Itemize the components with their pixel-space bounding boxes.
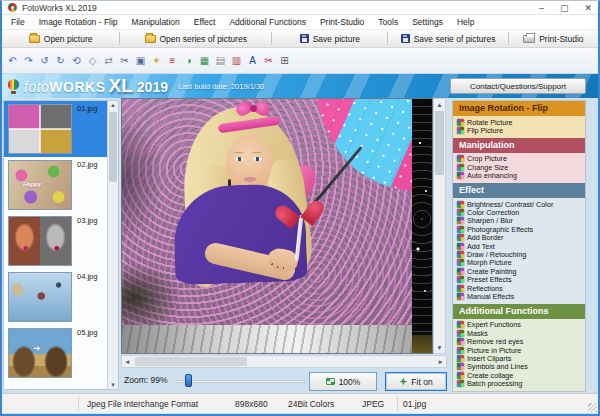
menu-item-tools[interactable]: Tools — [371, 15, 405, 30]
crop-icon[interactable]: ▣ — [134, 54, 147, 67]
color-depth-label: 24Bit Colors — [288, 399, 334, 409]
zoom-slider-track[interactable] — [177, 380, 305, 383]
thumbnail-row-05-jpg[interactable]: 05.jpg — [4, 325, 107, 381]
rotate-cw-icon[interactable]: ↻ — [54, 54, 67, 67]
brand-works: WORKS — [49, 79, 105, 95]
scrollbar-thumb[interactable] — [109, 112, 117, 182]
zoom-controls: Zoom: 99% 100% Fit on — [121, 371, 449, 392]
rotate-ccw-icon[interactable]: ↺ — [38, 54, 51, 67]
panel-item-batch-processing[interactable]: Batch processing — [457, 379, 585, 387]
fit-on-screen-button[interactable]: Fit on — [385, 372, 447, 391]
clipart-icon — [457, 355, 464, 362]
magic-wand-icon[interactable]: ✶ — [150, 54, 163, 67]
menu-item-settings[interactable]: Settings — [405, 15, 450, 30]
minimize-button[interactable]: – — [539, 3, 544, 13]
resize-grip[interactable] — [588, 403, 597, 412]
zoom-100-label: 100% — [339, 377, 361, 387]
scroll-right-icon[interactable]: ► — [438, 356, 444, 367]
brand-wordmark: fotoWORKS XL 2019 — [24, 75, 168, 97]
thumbnail-label: 04.jpg — [77, 272, 97, 281]
scroll-down-icon[interactable]: ▼ — [108, 382, 118, 388]
scroll-left-icon[interactable]: ◄ — [124, 356, 130, 367]
save-floppy-icon — [401, 34, 410, 43]
crop-icon — [457, 155, 464, 162]
thumbnail-row-03-jpg[interactable]: 03.jpg — [4, 213, 107, 269]
toolbar-label: Save picture — [313, 34, 360, 44]
scroll-up-icon[interactable]: ▲ — [434, 99, 445, 110]
menu-item-help[interactable]: Help — [450, 15, 481, 30]
thumbnail-image-01-jpg — [8, 104, 72, 154]
menu-item-additional-functions[interactable]: Additional Functions — [222, 15, 313, 30]
add-text-icon[interactable]: A — [246, 54, 259, 67]
menu-item-effect[interactable]: Effect — [187, 15, 223, 30]
panel-item-auto-enhancing[interactable]: Auto enhancing — [457, 172, 585, 180]
scrollbar-thumb[interactable] — [435, 111, 444, 175]
rotate-right-icon[interactable]: ↷ — [22, 54, 35, 67]
printer-icon — [523, 35, 535, 43]
open-folder-icon — [29, 35, 40, 43]
picture-green-icon[interactable]: ▦ — [198, 54, 211, 67]
cut-icon[interactable]: ✂ — [118, 54, 131, 67]
close-button[interactable]: ✕ — [584, 3, 592, 13]
scroll-down-icon[interactable]: ▼ — [434, 342, 445, 353]
rotate-180-icon[interactable]: ⟲ — [70, 54, 83, 67]
painting-icon — [457, 268, 464, 275]
scroll-up-icon[interactable]: ▲ — [108, 102, 118, 108]
menu-item-file[interactable]: File — [4, 15, 32, 30]
batch-grid-icon[interactable]: ⊞ — [278, 54, 291, 67]
sharpen-icon — [457, 217, 464, 224]
zoom-level-label: Zoom: 99% — [124, 375, 167, 385]
vertical-scrollbar[interactable]: ▲ ▼ — [433, 98, 446, 354]
rotate-picture-icon — [457, 119, 464, 126]
image-canvas[interactable] — [121, 98, 433, 354]
rotate-3d-icon[interactable]: ◇ — [86, 54, 99, 67]
panel-item-label: Batch processing — [467, 379, 522, 388]
menu-item-print-studio[interactable]: Print-Studio — [313, 15, 371, 30]
brand-year: 2019 — [137, 79, 168, 95]
eyebrow-left — [234, 152, 244, 155]
toolbar-label: Open series of pictures — [160, 34, 247, 44]
scrollbar-thumb[interactable] — [135, 357, 247, 366]
thumbnail-row-01-jpg[interactable]: 01.jpg — [4, 101, 107, 157]
flip-icon[interactable]: ⇄ — [102, 54, 115, 67]
zoom-100-button[interactable]: 100% — [309, 372, 377, 391]
panel-item-flip-picture[interactable]: Flip Picture — [457, 126, 585, 134]
toolbar-button-print-studio[interactable]: Print-Studio — [509, 30, 598, 47]
toolbar-button-open-picture[interactable]: Open picture — [2, 30, 119, 47]
panel-item-label: Flip Picture — [467, 126, 503, 135]
picture-frame-icon[interactable]: ▤ — [214, 54, 227, 67]
picture-red-icon[interactable]: ▥ — [230, 54, 243, 67]
toolbar-button-open-series-of-pictures[interactable]: Open series of pictures — [120, 30, 271, 47]
bow-knot — [250, 105, 257, 112]
thumbnail-scrollbar[interactable]: ▲ ▼ — [107, 101, 118, 389]
current-filename-label: 01.jpg — [403, 399, 426, 409]
toolbar-button-save-serie-of-pictures[interactable]: Save serie of pictures — [388, 30, 507, 47]
zoom-slider-thumb[interactable] — [185, 374, 192, 387]
balloon-logo-icon — [8, 79, 19, 94]
eye-left — [235, 157, 244, 161]
rotate-left-icon[interactable]: ↶ — [6, 54, 19, 67]
expert-icon — [457, 321, 464, 328]
zoom-100-icon — [326, 378, 335, 385]
fit-screen-label: Fit on — [411, 377, 432, 387]
batch-icon — [457, 380, 464, 387]
scissors-red-icon[interactable]: ✂ — [262, 54, 275, 67]
thumbnail-image-03-jpg — [8, 216, 72, 266]
toolbar-label: Print-Studio — [539, 34, 583, 44]
maximize-button[interactable]: ▢ — [560, 3, 569, 13]
thumbnail-label: 02.jpg — [77, 160, 97, 169]
picture-in-picture-icon — [457, 347, 464, 354]
color-sliders-icon[interactable]: ≡ — [166, 54, 179, 67]
toolbar-button-save-picture[interactable]: Save picture — [272, 30, 387, 47]
thumbnail-row-04-jpg[interactable]: 04.jpg — [4, 269, 107, 325]
panel-item-manual-effects[interactable]: Manual Effects — [457, 292, 585, 300]
menu-item-image-rotation-flip[interactable]: Image Rotation - Flip — [32, 15, 125, 30]
open-folder-icon — [145, 35, 156, 43]
contact-support-button[interactable]: Contact/Questions/Support — [450, 78, 586, 94]
section-header-effect: Effect — [453, 183, 585, 198]
toolbar-label: Open picture — [44, 34, 93, 44]
thumbnail-row-02-jpg[interactable]: Happy02.jpg — [4, 157, 107, 213]
horizontal-scrollbar[interactable]: ◄ ► — [121, 355, 447, 368]
color-balance-icon[interactable]: ◑ — [182, 54, 195, 67]
menu-item-manipulation[interactable]: Manipulation — [125, 15, 187, 30]
